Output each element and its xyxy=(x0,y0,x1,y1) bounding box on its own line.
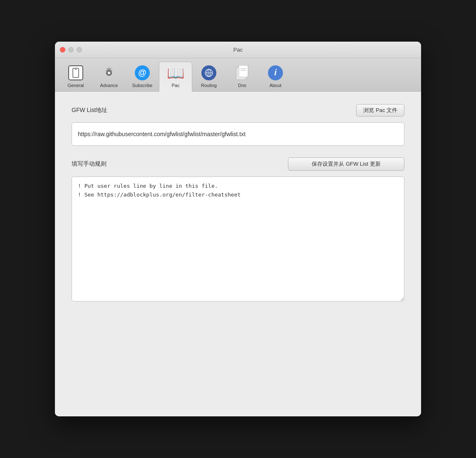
maximize-button[interactable] xyxy=(77,47,82,52)
routing-icon xyxy=(201,65,217,81)
about-icon: i xyxy=(267,65,284,81)
subscribe-tab-label: Subscribe xyxy=(132,83,153,88)
pac-icon: 📖 xyxy=(167,65,184,81)
traffic-lights xyxy=(60,47,82,52)
phone-svg xyxy=(72,68,79,78)
globe-svg xyxy=(204,68,213,77)
dns-tab-label: Dns xyxy=(238,83,246,88)
manual-rules-label: 填写手动规则 xyxy=(72,160,107,168)
subscribe-icon: @ xyxy=(134,65,151,81)
tab-advance[interactable]: Advance xyxy=(92,62,126,91)
tab-about[interactable]: i About xyxy=(259,62,292,91)
general-tab-label: General xyxy=(67,83,84,88)
pac-tab-label: Pac xyxy=(172,83,180,88)
manual-rules-row: 填写手动规则 保存设置并从 GFW List 更新 xyxy=(72,157,404,171)
titlebar: Pac xyxy=(55,42,421,58)
tab-routing[interactable]: Routing xyxy=(192,62,226,91)
about-tab-label: About xyxy=(270,83,282,88)
tab-dns[interactable]: Dns xyxy=(226,62,259,91)
gfw-list-row: GFW List地址 浏览 Pac 文件 xyxy=(72,104,404,117)
tab-general[interactable]: General xyxy=(59,62,92,91)
gfw-url-input[interactable] xyxy=(72,122,404,146)
advance-tab-label: Advance xyxy=(100,83,118,88)
manual-rules-textarea[interactable]: ! Put user rules line by line in this fi… xyxy=(72,177,404,301)
save-update-button[interactable]: 保存设置并从 GFW List 更新 xyxy=(288,157,404,171)
routing-tab-label: Routing xyxy=(201,83,217,88)
content-area: GFW List地址 浏览 Pac 文件 填写手动规则 保存设置并从 GFW L… xyxy=(55,92,421,416)
browse-pac-button[interactable]: 浏览 Pac 文件 xyxy=(356,104,404,117)
gfw-list-label: GFW List地址 xyxy=(72,107,107,114)
gear-svg xyxy=(101,65,117,81)
toolbar: General Advance @ Subscribe xyxy=(55,58,421,92)
svg-rect-11 xyxy=(239,65,248,77)
tab-subscribe[interactable]: @ Subscribe xyxy=(126,62,159,91)
app-window: Pac General xyxy=(55,42,421,416)
tab-pac[interactable]: 📖 Pac xyxy=(159,62,192,92)
dns-svg xyxy=(235,65,250,80)
svg-rect-0 xyxy=(73,68,79,77)
minimize-button[interactable] xyxy=(68,47,74,52)
general-icon xyxy=(67,65,84,81)
dns-icon xyxy=(234,65,250,81)
window-title: Pac xyxy=(233,47,243,53)
close-button[interactable] xyxy=(60,47,65,52)
advance-icon xyxy=(101,65,117,81)
